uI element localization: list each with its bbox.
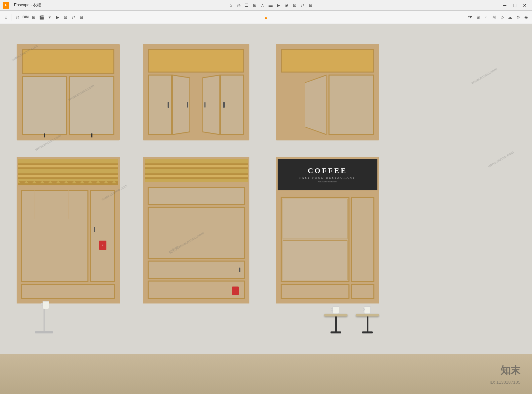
viewport: www.znzmo.com www.znzmo.com www.znzmo.co… [0, 24, 532, 394]
toolbar-home[interactable]: ⌂ [227, 2, 234, 9]
shopfront-door: 禁 [90, 190, 115, 282]
toolbar-arrows2[interactable]: ⇄ [70, 14, 77, 21]
toolbar-shape[interactable]: ○ [483, 14, 489, 21]
cup-on-table-2 [364, 306, 371, 314]
toolbar-settings[interactable]: ⚙ [515, 14, 521, 21]
coffee-tables [324, 314, 379, 333]
bifold-panels [148, 75, 244, 135]
awning-bottom [22, 76, 114, 135]
handle-1 [168, 102, 169, 108]
toolbar-minus-box[interactable]: ⊟ [307, 2, 314, 9]
awning-frame [17, 44, 120, 140]
toolbar-light[interactable]: ☀ [46, 14, 53, 21]
bifold-panel-4 [220, 75, 244, 135]
shopfront-awning [17, 157, 120, 185]
coffee-front-unit: COFFEE FAST FOOD RESTAURANT Fastfoodrest… [276, 157, 379, 303]
mid-handle [239, 268, 240, 272]
table-leg-2 [367, 316, 368, 331]
table-top-2 [356, 314, 379, 316]
mid-frame [143, 182, 249, 303]
sideswing-bottom [281, 75, 374, 135]
main-content: www.znzmo.com www.znzmo.com www.znzmo.co… [0, 24, 532, 394]
toolbar-chevron-up[interactable]: ▲ [264, 15, 268, 20]
minimize-button[interactable]: ─ [500, 2, 509, 9]
mid-awning [143, 157, 249, 182]
mid-sign [232, 287, 239, 295]
mid-mid-strip [148, 261, 245, 279]
toolbar-circle[interactable]: ◉ [283, 2, 290, 9]
toolbar-list[interactable]: ☰ [243, 2, 250, 9]
standing-table-1 [35, 301, 53, 333]
toolbar-rect[interactable]: ▬ [267, 2, 274, 9]
maximize-button[interactable]: □ [510, 2, 519, 9]
coffee-title-row: COFFEE [280, 166, 375, 175]
round-table-2 [356, 314, 379, 333]
toolbar-box[interactable]: ⊡ [291, 2, 298, 9]
coffee-frame [276, 192, 379, 303]
close-button[interactable]: ✕ [520, 2, 529, 9]
toolbar-photo[interactable]: ⊞ [475, 14, 481, 21]
toolbar-cloud[interactable]: ☁ [507, 14, 513, 21]
awning-sash-left [22, 76, 67, 135]
toolbar-profile[interactable]: ◉ [523, 14, 529, 21]
title-dash-right [351, 171, 375, 171]
sideswing-frame [276, 44, 379, 140]
title-bar: E Enscape - 衣柜 ⌂ ◎ ☰ ⊞ △ ▬ ▶ ◉ ⊡ ⇄ ⊟ ─ □… [0, 0, 532, 11]
toolbar-bookmark[interactable]: M [491, 14, 497, 21]
awning-scallop [18, 181, 118, 185]
cup-handle-t2 [363, 308, 365, 311]
toolbar-triangle[interactable]: △ [259, 2, 266, 9]
bifold-door-unit [143, 44, 249, 140]
toolbar-home-main[interactable]: ⌂ [3, 14, 9, 21]
awning-prop-left [44, 133, 45, 137]
toolbar-arrows[interactable]: ⇄ [299, 2, 306, 9]
toolbar-render[interactable]: ▶ [54, 14, 61, 21]
toolbar-location[interactable]: ◎ [14, 14, 21, 21]
toolbar-icons: ⌂ ◎ ☰ ⊞ △ ▬ ▶ ◉ ⊡ ⇄ ⊟ [227, 2, 314, 9]
mid-bottom-strip [148, 281, 245, 299]
toolbar-doc[interactable]: ⊟ [78, 14, 85, 21]
scene-units-container: 禁 [17, 44, 529, 310]
bifold-top-strip [148, 49, 244, 73]
table-leg-1 [335, 316, 337, 331]
table-base [35, 331, 53, 333]
title-dash-left [280, 171, 304, 171]
handle-3 [204, 102, 205, 108]
toolbar-export[interactable]: ⊡ [62, 14, 69, 21]
toolbar-map[interactable]: 🗺 [467, 14, 473, 21]
awning-top-panel [22, 49, 114, 74]
bifold-panel-2 [172, 75, 190, 135]
toolbar-film[interactable]: 🎬 [38, 14, 45, 21]
coffee-title-text: COFFEE [308, 166, 347, 175]
toolbar-diamond[interactable]: ◇ [499, 14, 505, 21]
sideswing-unit [276, 44, 379, 140]
table-stem [44, 308, 45, 331]
cup-on-table-1 [332, 306, 339, 314]
toolbar-bim[interactable]: BIM [22, 14, 29, 21]
door-sign: 禁 [99, 241, 106, 250]
toolbar-right-icons: 🗺 ⊞ ○ M ◇ ☁ ⚙ ◉ [467, 14, 529, 21]
handle-4 [223, 102, 225, 108]
toolbar-play[interactable]: ▶ [275, 2, 282, 9]
bottom-logo: 知末 [500, 364, 520, 377]
coffee-signboard: COFFEE FAST FOOD RESTAURANT Fastfoodrest… [276, 157, 379, 192]
cup-handle [41, 303, 43, 305]
toolbar-grid[interactable]: ⊞ [251, 2, 258, 9]
coffee-subtitle-text: FAST FOOD RESTAURANT [300, 176, 356, 179]
toolbar-cap[interactable]: ⊞ [30, 14, 37, 21]
coffee-side-panel [351, 197, 374, 282]
door-handle [94, 227, 95, 232]
toolbar-target[interactable]: ◎ [235, 2, 242, 9]
bracket-1 [35, 185, 35, 219]
cup-handle-t1 [331, 308, 333, 311]
glass-row-top [283, 199, 347, 239]
round-table-1 [324, 314, 347, 333]
awning-prop-right [91, 133, 92, 137]
title-bar-left: E Enscape - 衣柜 [3, 2, 41, 9]
coffee-cup-1 [43, 301, 49, 309]
glass-row-bottom [283, 240, 347, 281]
coffee-subtitle2-text: Fastfoodrestaurant [318, 180, 337, 183]
coffee-bottom-left [281, 284, 349, 299]
toolbar: ⌂ ◎ BIM ⊞ 🎬 ☀ ▶ ⊡ ⇄ ⊟ ▲ 🗺 ⊞ ○ M ◇ ☁ ⚙ ◉ [0, 11, 532, 24]
sideswing-left [305, 75, 327, 135]
